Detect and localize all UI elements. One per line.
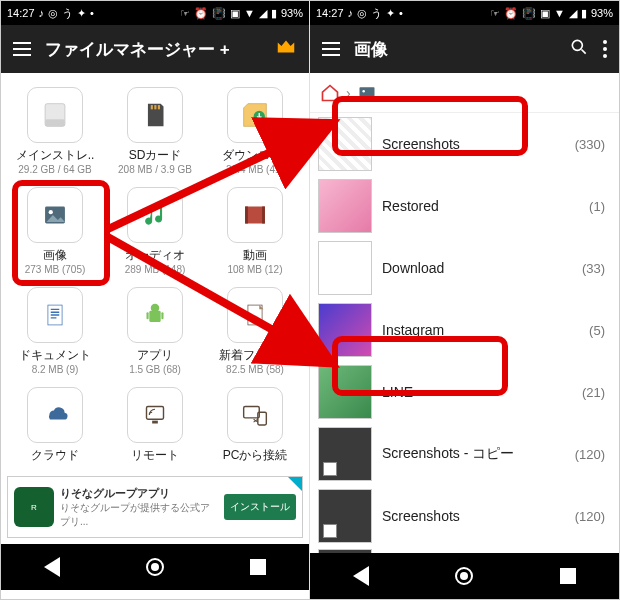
app-bar: ファイルマネージャー +	[1, 25, 309, 73]
nav-recent-icon[interactable]	[560, 568, 576, 584]
search-icon[interactable]	[569, 37, 589, 61]
svg-point-7	[49, 210, 53, 214]
ad-marker-icon	[288, 477, 302, 491]
menu-icon[interactable]	[13, 42, 31, 56]
svg-rect-12	[149, 311, 160, 322]
folder-row[interactable]: Download (33)	[310, 237, 619, 299]
folder-thumb-icon	[318, 489, 372, 543]
remote-icon	[127, 387, 183, 443]
folder-row[interactable]: Screenshots (120)	[310, 485, 619, 547]
folder-row[interactable]: Instagram (5)	[310, 299, 619, 361]
tile-label: アプリ	[137, 347, 173, 364]
tile-apps[interactable]: アプリ 1.5 GB (68)	[107, 287, 203, 375]
tile-sub: 208 MB / 3.9 GB	[118, 164, 192, 175]
internal-storage-icon	[27, 87, 83, 143]
folder-name: Screenshots	[382, 136, 565, 152]
nav-back-icon[interactable]	[353, 566, 369, 586]
folder-row[interactable]: Restored (1)	[310, 175, 619, 237]
svg-rect-15	[161, 312, 163, 319]
status-icon: ▣	[540, 7, 550, 20]
svg-rect-14	[147, 312, 149, 319]
svg-rect-1	[45, 119, 65, 126]
folder-thumb-icon	[318, 549, 372, 553]
status-icon: ☞	[490, 7, 500, 20]
nav-home-icon[interactable]	[146, 558, 164, 576]
ad-title: りそなグループアプリ	[60, 486, 218, 501]
image-icon	[357, 83, 377, 103]
audio-icon	[127, 187, 183, 243]
folder-row[interactable]: Screenshots (330)	[310, 113, 619, 175]
folder-row[interactable]: LINE (21)	[310, 361, 619, 423]
tile-sub: 108 MB (12)	[227, 264, 282, 275]
tile-sub: 289 MB (148)	[125, 264, 186, 275]
svg-rect-18	[152, 421, 158, 424]
svg-point-23	[362, 90, 365, 93]
status-bar: 14:27 ♪ ◎ う ✦ • ☞ ⏰ 📳 ▣ ▼ ◢ ▮ 93%	[1, 1, 309, 25]
tile-label: リモート	[131, 447, 179, 464]
home-icon	[320, 83, 340, 103]
nav-back-icon[interactable]	[44, 557, 60, 577]
tile-pc-connect[interactable]: PCから接続	[207, 387, 303, 464]
more-icon[interactable]	[603, 40, 607, 58]
tile-video[interactable]: 動画 108 MB (12)	[207, 187, 303, 275]
tile-remote[interactable]: リモート	[107, 387, 203, 464]
video-icon	[227, 187, 283, 243]
tile-recent[interactable]: 新着ファイル 82.5 MB (58)	[207, 287, 303, 375]
folder-count: (5)	[589, 323, 605, 338]
ad-banner[interactable]: R りそなグループアプリ りそなグループが提供する公式アプリ... インストール	[7, 476, 303, 538]
folder-count: (120)	[575, 447, 605, 462]
nav-home-icon[interactable]	[455, 567, 473, 585]
status-icon: う	[62, 6, 73, 21]
nav-recent-icon[interactable]	[250, 559, 266, 575]
status-time: 14:27	[7, 7, 35, 19]
svg-rect-22	[359, 87, 374, 99]
tile-cloud[interactable]: クラウド	[7, 387, 103, 464]
svg-rect-19	[244, 407, 260, 418]
svg-rect-9	[245, 207, 248, 224]
status-icon: ♪	[39, 7, 45, 19]
svg-rect-3	[154, 105, 156, 109]
alarm-icon: ⏰	[194, 7, 208, 20]
tile-documents[interactable]: ドキュメント 8.2 MB (9)	[7, 287, 103, 375]
folder-thumb-icon	[318, 303, 372, 357]
folder-name: Restored	[382, 198, 579, 214]
tile-main-storage[interactable]: メインストレ.. 29.2 GB / 64 GB	[7, 87, 103, 175]
breadcrumb[interactable]: ›	[310, 73, 619, 113]
folder-count: (21)	[582, 385, 605, 400]
crown-icon[interactable]	[275, 36, 297, 62]
tile-label: ドキュメント	[19, 347, 91, 364]
tile-audio[interactable]: オーディオ 289 MB (148)	[107, 187, 203, 275]
folder-count: (1)	[589, 199, 605, 214]
folder-name: Download	[382, 260, 572, 276]
breadcrumb-sep: ›	[346, 85, 351, 101]
ad-install-button[interactable]: インストール	[224, 494, 296, 520]
tile-images[interactable]: 画像 273 MB (705)	[7, 187, 103, 275]
folder-thumb-icon	[318, 117, 372, 171]
status-icon: ☞	[180, 7, 190, 20]
folder-count: (330)	[575, 137, 605, 152]
status-icon: う	[371, 6, 382, 21]
tile-sub: 273 MB (705)	[25, 264, 86, 275]
storage-grid: メインストレ.. 29.2 GB / 64 GB SDカード 208 MB / …	[1, 73, 309, 470]
svg-point-21	[572, 40, 582, 50]
folder-thumb-icon	[318, 179, 372, 233]
vibrate-icon: 📳	[522, 7, 536, 20]
folder-count: (33)	[582, 261, 605, 276]
svg-rect-10	[262, 207, 265, 224]
tile-label: クラウド	[31, 447, 79, 464]
folder-count: (120)	[575, 509, 605, 524]
tile-sd-card[interactable]: SDカード 208 MB / 3.9 GB	[107, 87, 203, 175]
ad-thumb-icon: R	[14, 487, 54, 527]
menu-icon[interactable]	[322, 42, 340, 56]
folder-name: Instagram	[382, 322, 579, 338]
tile-downloads[interactable]: ダウンロー.. 29.4 MB (41)	[207, 87, 303, 175]
battery-icon: ▮	[271, 7, 277, 20]
sd-card-icon	[127, 87, 183, 143]
tile-sub: 8.2 MB (9)	[32, 364, 79, 375]
status-bar: 14:27 ♪ ◎ う ✦ • ☞ ⏰ 📳 ▣ ▼ ◢ ▮ 93%	[310, 1, 619, 25]
status-icon: •	[399, 7, 403, 19]
cloud-icon	[27, 387, 83, 443]
folder-row[interactable]: Screenshots - コピー (120)	[310, 423, 619, 485]
app-title: ファイルマネージャー +	[45, 38, 261, 61]
status-icon: ◎	[48, 7, 58, 20]
